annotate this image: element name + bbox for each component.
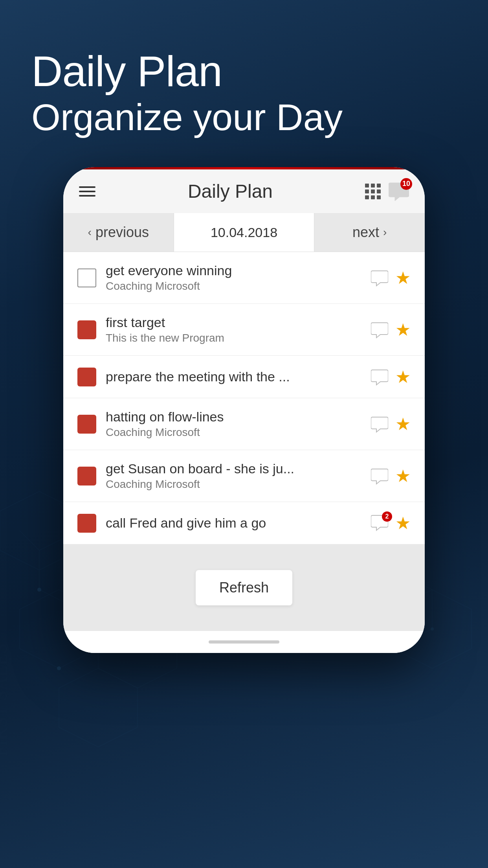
task-content: get everyone winning Coaching Microsoft	[106, 263, 361, 292]
notifications-button[interactable]: 10	[389, 181, 409, 202]
refresh-area: Refresh	[63, 544, 425, 631]
task-title: get everyone winning	[106, 263, 361, 278]
comment-icon[interactable]	[371, 321, 388, 338]
chevron-left-icon: ‹	[88, 226, 92, 239]
task-subtitle: Coaching Microsoft	[106, 478, 361, 491]
comment-icon[interactable]	[371, 368, 388, 386]
page-subtitle: Organize your Day	[31, 95, 457, 140]
task-actions: ★	[371, 320, 411, 340]
star-icon[interactable]: ★	[395, 268, 411, 288]
task-item[interactable]: hatting on flow-lines Coaching Microsoft…	[63, 398, 425, 450]
task-color-indicator	[77, 514, 96, 533]
date-navigation: ‹ previous 10.04.2018 next ›	[63, 213, 425, 252]
task-content: hatting on flow-lines Coaching Microsoft	[106, 409, 361, 439]
task-item[interactable]: prepare the meeting with the ... ★	[63, 356, 425, 398]
star-icon[interactable]: ★	[395, 513, 411, 533]
task-actions: 2 ★	[371, 513, 411, 533]
star-icon[interactable]: ★	[395, 466, 411, 486]
svg-point-17	[431, 627, 434, 631]
task-subtitle: Coaching Microsoft	[106, 426, 361, 439]
task-title: first target	[106, 315, 361, 330]
star-icon[interactable]: ★	[395, 414, 411, 434]
star-icon[interactable]: ★	[395, 367, 411, 387]
task-content: call Fred and give him a go	[106, 515, 361, 531]
comment-count-badge: 2	[382, 511, 392, 522]
next-date-button[interactable]: next ›	[314, 213, 425, 252]
task-item[interactable]: first target This is the new Program ★	[63, 304, 425, 356]
refresh-button[interactable]: Refresh	[196, 570, 292, 605]
next-label: next	[352, 224, 379, 241]
task-actions: ★	[371, 268, 411, 288]
task-title: call Fred and give him a go	[106, 515, 361, 531]
comment-badge-wrap[interactable]: 2	[371, 514, 388, 533]
chevron-right-icon: ›	[383, 226, 387, 239]
svg-marker-5	[59, 668, 138, 747]
page-title: Daily Plan	[31, 47, 457, 95]
task-content: prepare the meeting with the ...	[106, 369, 361, 384]
svg-line-10	[20, 531, 39, 550]
home-bar	[209, 640, 279, 644]
app-header: Daily Plan 10	[63, 169, 425, 213]
task-color-indicator	[77, 368, 96, 386]
task-color-indicator	[77, 467, 96, 485]
comment-icon[interactable]	[371, 416, 388, 433]
task-item[interactable]: call Fred and give him a go 2 ★	[63, 502, 425, 544]
task-actions: ★	[371, 367, 411, 387]
star-icon[interactable]: ★	[395, 320, 411, 340]
comment-icon[interactable]	[371, 467, 388, 485]
task-subtitle: This is the new Program	[106, 332, 361, 344]
task-title: prepare the meeting with the ...	[106, 369, 361, 384]
task-subtitle: Coaching Microsoft	[106, 280, 361, 292]
grid-button[interactable]	[365, 184, 381, 199]
task-title: get Susan on board - she is ju...	[106, 461, 361, 476]
page-header: Daily Plan Organize your Day	[0, 0, 488, 163]
menu-button[interactable]	[79, 186, 95, 197]
svg-point-13	[37, 588, 41, 592]
task-item[interactable]: get Susan on board - she is ju... Coachi…	[63, 450, 425, 502]
svg-text:FIRST SALES: FIRST SALES	[0, 643, 11, 757]
comment-icon[interactable]	[371, 269, 388, 287]
task-color-indicator	[77, 415, 96, 434]
header-right-actions: 10	[365, 181, 409, 202]
notification-count: 10	[400, 178, 412, 190]
task-checkbox[interactable]	[77, 268, 96, 287]
task-title: hatting on flow-lines	[106, 409, 361, 425]
task-item[interactable]: get everyone winning Coaching Microsoft …	[63, 252, 425, 304]
task-content: get Susan on board - she is ju... Coachi…	[106, 461, 361, 491]
previous-label: previous	[95, 224, 149, 241]
task-actions: ★	[371, 414, 411, 434]
phone-frame: Daily Plan 10 ‹ previous 10.04.2018 next…	[63, 167, 425, 653]
svg-point-15	[57, 666, 61, 670]
current-date: 10.04.2018	[174, 213, 315, 252]
task-actions: ★	[371, 466, 411, 486]
home-indicator-area	[63, 631, 425, 653]
task-content: first target This is the new Program	[106, 315, 361, 344]
task-list: get everyone winning Coaching Microsoft …	[63, 252, 425, 544]
previous-date-button[interactable]: ‹ previous	[63, 213, 174, 252]
task-color-indicator	[77, 320, 96, 339]
app-title: Daily Plan	[188, 180, 273, 202]
